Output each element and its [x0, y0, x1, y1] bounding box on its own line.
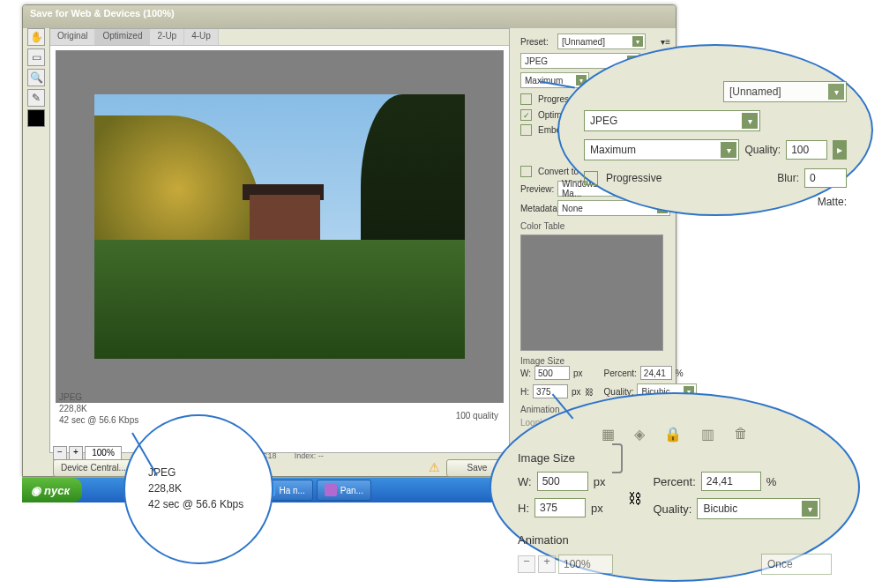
preset-select[interactable]: [Unnamed]▾ [557, 33, 646, 49]
app-icon [325, 484, 337, 496]
colortable-label: Color Table [520, 221, 670, 231]
start-button[interactable]: ◉пуск [22, 478, 82, 502]
percent-input[interactable]: 24,41 [640, 366, 672, 380]
zoom-value[interactable]: 100% [85, 446, 122, 460]
c1-progressive: Progressive [606, 172, 662, 184]
c1-format[interactable]: JPEG▾ [584, 110, 760, 131]
c3-quality-label: Quality: [653, 502, 691, 516]
chevron-down-icon: ▾ [802, 501, 818, 517]
c1-quality-label: Quality: [744, 144, 781, 156]
info-time: 42 sec @ 56.6 Kbps [59, 414, 138, 426]
eyedropper-icon[interactable]: ✎ [27, 89, 45, 107]
embed-checkbox[interactable] [520, 124, 532, 136]
c3-height-input[interactable]: 375 [534, 498, 586, 517]
c3-resample-select[interactable]: Bicubic▾ [697, 498, 820, 519]
status-index: Index: -- [295, 451, 324, 464]
zoom-out-button[interactable]: − [53, 446, 67, 460]
link-icon[interactable]: ⛓ [585, 387, 594, 397]
metadata-label: Metadata: [520, 204, 554, 213]
preview-info-right: 100 quality [456, 411, 498, 421]
c1-matte-label: Matte: [818, 196, 847, 208]
chain-icon[interactable]: ⛓ [628, 491, 642, 507]
warning-icon: ⚠ [429, 460, 440, 474]
color-swatch[interactable] [27, 109, 45, 127]
device-central-button[interactable]: Device Central... [53, 459, 134, 477]
icon-4[interactable]: ▥ [701, 426, 714, 443]
callout-fileinfo: JPEG 228,8K 42 sec @ 56.6 Kbps [123, 414, 273, 564]
preview-label: Preview: [520, 184, 554, 194]
panel-menu-icon[interactable]: ▾≡ [661, 37, 670, 47]
c1-preset[interactable]: [Unnamed]▾ [723, 81, 847, 102]
imagesize-title: Image Size [520, 356, 670, 366]
link-wh-icon[interactable] [612, 443, 623, 473]
c1-quality-preset[interactable]: Maximum▾ [584, 139, 739, 160]
optimized-checkbox[interactable]: ✓ [520, 109, 532, 121]
c1-progressive-checkbox[interactable] [584, 171, 598, 185]
icon-2[interactable]: ◈ [634, 426, 645, 443]
c3-zoom-out[interactable]: − [518, 555, 535, 573]
c3-width-input[interactable]: 500 [537, 472, 588, 491]
w-label: W: [520, 368, 531, 378]
zoom-tool-icon[interactable]: 🔍 [27, 69, 45, 86]
h-label: H: [520, 387, 529, 397]
icon-5[interactable]: 🗑 [734, 426, 748, 443]
zoom-controls: − + 100% [53, 446, 122, 460]
c3-w-label: W: [518, 475, 532, 488]
info-format: JPEG [59, 391, 138, 403]
chevron-down-icon: ▾ [828, 84, 844, 100]
tab-optimized[interactable]: Optimized [95, 29, 150, 45]
icon-3[interactable]: 🔒 [664, 426, 682, 443]
slice-tool-icon[interactable]: ▭ [27, 48, 45, 66]
preview-info-left: JPEG 228,8K 42 sec @ 56.6 Kbps [59, 391, 138, 426]
chevron-down-icon: ▾ [742, 113, 758, 129]
c3-h-label: H: [518, 502, 529, 515]
c2-format: JPEG [148, 465, 261, 480]
c1-blur-input[interactable]: 0 [804, 168, 847, 188]
c2-size: 228,8K [148, 480, 261, 496]
chevron-down-icon: ▾ [721, 142, 736, 158]
zoom-in-button[interactable]: + [69, 446, 83, 460]
progressive-checkbox[interactable] [520, 93, 532, 105]
tab-4up[interactable]: 4-Up [184, 29, 219, 45]
preview-area: Original Optimized 2-Up 4-Up JPEG 228,8K… [49, 28, 510, 453]
c1-blur-label: Blur: [777, 172, 799, 184]
c2-time: 42 sec @ 56.6 Kbps [148, 496, 261, 512]
tab-2up[interactable]: 2-Up [150, 29, 184, 45]
preset-label: Preset: [520, 37, 554, 47]
c3-title: Image Size [518, 451, 575, 465]
image-canvas[interactable] [56, 50, 504, 403]
icon-1[interactable]: ▦ [602, 426, 615, 443]
c3-zoom-value[interactable]: 100% [558, 555, 613, 574]
hand-tool-icon[interactable]: ✋ [27, 28, 45, 46]
info-size: 228,8K [59, 403, 138, 414]
tool-column: ✋ ▭ 🔍 ✎ [26, 28, 46, 127]
chevron-down-icon: ▾ [632, 36, 643, 47]
c3-animation: Animation [518, 533, 569, 547]
view-tabs: Original Optimized 2-Up 4-Up [50, 29, 509, 46]
width-input[interactable]: 500 [534, 366, 570, 380]
panel-iconrow: ▦◈🔒▥🗑 [518, 426, 832, 443]
color-table[interactable] [520, 234, 663, 351]
c1-quality-input[interactable]: 100 [786, 140, 827, 160]
tab-original[interactable]: Original [50, 29, 95, 45]
quality-slider-icon[interactable]: ▸ [833, 140, 847, 160]
percent-label: Percent: [604, 368, 637, 378]
window-title: Save for Web & Devices (100%) [23, 5, 676, 28]
preview-image [94, 94, 465, 359]
convert-checkbox[interactable] [520, 166, 532, 177]
callout-settings: [Unnamed]▾ JPEG▾ Maximum▾Quality:100▸ Pr… [557, 44, 873, 216]
c3-loop-select: Once [761, 554, 832, 575]
taskbar-item-4[interactable]: Pan... [317, 480, 371, 501]
c3-percent-input[interactable]: 24,41 [701, 472, 761, 491]
c3-percent-label: Percent: [653, 475, 695, 488]
height-input[interactable]: 375 [533, 384, 568, 398]
c3-zoom-in[interactable]: + [538, 555, 556, 573]
callout-imagesize: ▦◈🔒▥🗑 Image Size W:500px H:375px ⛓ Perce… [490, 392, 860, 582]
